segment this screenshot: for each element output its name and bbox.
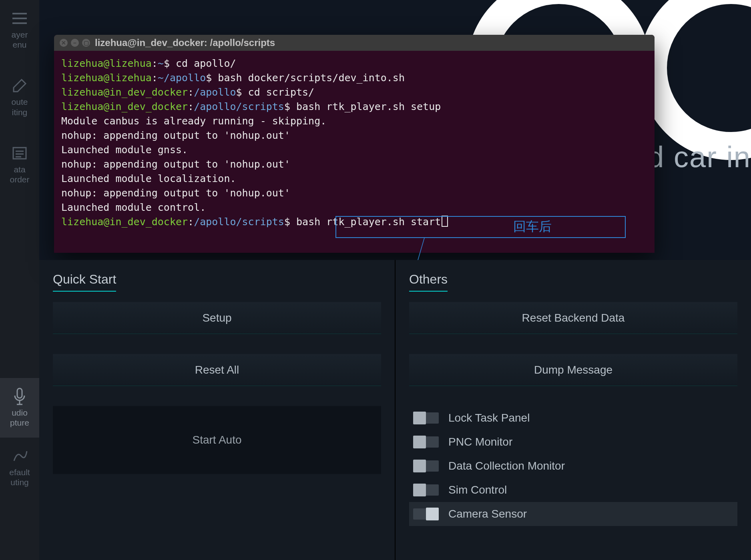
terminal-line: Launched module control. — [61, 200, 647, 215]
sidebar-label: ata order — [10, 164, 29, 184]
sidebar-item-audio-capture[interactable]: udio pture — [0, 378, 39, 437]
toggle-list: Lock Task PanelPNC MonitorData Collectio… — [409, 406, 737, 526]
sidebar-item-default-routing[interactable]: efault uting — [0, 438, 39, 497]
reset-all-button[interactable]: Reset All — [53, 354, 381, 386]
terminal-line: Module canbus is already running - skipp… — [61, 114, 647, 128]
others-panel: Others Reset Backend Data Dump Message L… — [396, 260, 751, 560]
list-icon — [10, 144, 29, 162]
sidebar-label: udio pture — [10, 408, 29, 428]
window-controls: ✕ – ▢ — [60, 39, 90, 47]
toggle-switch[interactable] — [413, 460, 439, 472]
svg-point-1 — [653, 0, 751, 146]
dump-message-button[interactable]: Dump Message — [409, 354, 737, 386]
terminal-title: lizehua@in_dev_docker: /apollo/scripts — [95, 37, 275, 48]
toggle-row-camera-sensor[interactable]: Camera Sensor — [409, 502, 737, 526]
close-icon[interactable]: ✕ — [60, 39, 68, 47]
minimize-icon[interactable]: – — [71, 39, 79, 47]
terminal-line: nohup: appending output to 'nohup.out' — [61, 186, 647, 200]
sidebar-item-data-recorder[interactable]: ata order — [0, 135, 39, 194]
toggle-label: Lock Task Panel — [448, 412, 530, 424]
quick-start-panel: Quick Start Setup Reset All Start Auto — [39, 260, 395, 560]
sidebar-item-route-editing[interactable]: oute iting — [0, 67, 39, 126]
terminal-line: Launched module gnss. — [61, 143, 647, 157]
toggle-label: PNC Monitor — [448, 436, 512, 448]
toggle-row-lock-task-panel[interactable]: Lock Task Panel — [409, 406, 737, 430]
terminal-line: lizehua@lizehua:~$ cd apollo/ — [61, 56, 647, 71]
dump-message-label: Dump Message — [534, 364, 612, 376]
setup-label: Setup — [202, 312, 231, 324]
quick-start-title: Quick Start — [53, 272, 116, 292]
toggle-label: Sim Control — [448, 484, 507, 496]
maximize-icon[interactable]: ▢ — [82, 39, 90, 47]
others-title: Others — [409, 272, 448, 292]
route-icon — [10, 447, 29, 465]
brand-tagline: d car in — [647, 140, 751, 174]
sidebar-label: ayer enu — [12, 30, 28, 50]
toggle-label: Camera Sensor — [448, 508, 527, 520]
toggle-row-pnc-monitor[interactable]: PNC Monitor — [409, 430, 737, 454]
microphone-icon — [10, 388, 29, 405]
toggle-switch[interactable] — [413, 412, 439, 424]
edit-icon — [10, 77, 29, 94]
terminal-body[interactable]: lizehua@lizehua:~$ cd apollo/lizehua@liz… — [54, 51, 655, 235]
left-sidebar: ayer enu oute iting ata order udio pture — [0, 0, 39, 560]
reset-backend-button[interactable]: Reset Backend Data — [409, 302, 737, 334]
toggle-switch[interactable] — [413, 484, 439, 496]
toggle-switch[interactable] — [413, 508, 439, 520]
toggle-row-sim-control[interactable]: Sim Control — [409, 478, 737, 502]
terminal-line: nohup: appending output to 'nohup.out' — [61, 128, 647, 143]
annotation-after-enter: 回车后 — [500, 217, 564, 236]
terminal-line: lizehua@in_dev_docker:/apollo/scripts$ b… — [61, 100, 647, 114]
start-auto-label: Start Auto — [193, 434, 242, 446]
svg-rect-3 — [17, 388, 22, 398]
setup-button[interactable]: Setup — [53, 302, 381, 334]
sidebar-label: efault uting — [9, 467, 30, 487]
terminal-line: Launched module localization. — [61, 172, 647, 186]
reset-all-label: Reset All — [195, 364, 239, 376]
terminal-line: lizehua@lizehua:~/apollo$ bash docker/sc… — [61, 71, 647, 85]
menu-icon — [10, 10, 29, 27]
toggle-label: Data Collection Monitor — [448, 460, 565, 472]
toggle-switch[interactable] — [413, 436, 439, 448]
reset-backend-label: Reset Backend Data — [522, 312, 625, 324]
sidebar-item-layer-menu[interactable]: ayer enu — [0, 0, 39, 59]
toggle-row-data-collection-monitor[interactable]: Data Collection Monitor — [409, 454, 737, 478]
annotation-command-box — [335, 216, 626, 238]
terminal-line: lizehua@in_dev_docker:/apollo$ cd script… — [61, 85, 647, 100]
terminal-line: nohup: appending output to 'nohup.out' — [61, 157, 647, 172]
terminal-titlebar[interactable]: ✕ – ▢ lizehua@in_dev_docker: /apollo/scr… — [54, 35, 655, 51]
sidebar-label: oute iting — [12, 97, 28, 117]
start-auto-button[interactable]: Start Auto — [53, 406, 381, 474]
control-panels: Quick Start Setup Reset All Start Auto O… — [39, 260, 751, 560]
